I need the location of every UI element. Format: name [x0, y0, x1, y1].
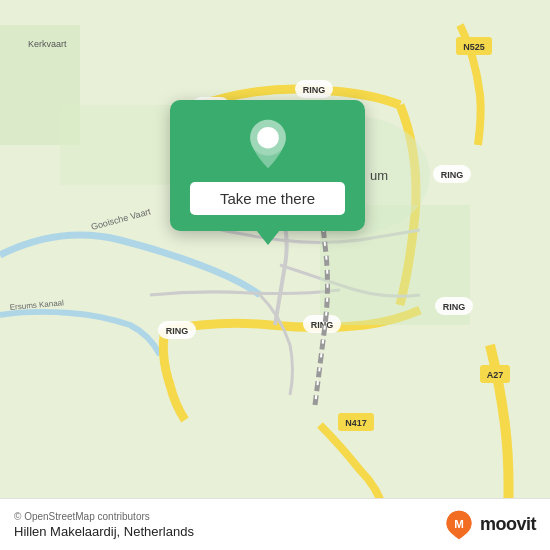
bottom-left: © OpenStreetMap contributors Hillen Make… — [14, 511, 194, 539]
svg-text:RING: RING — [441, 170, 464, 180]
svg-text:RING: RING — [303, 85, 326, 95]
moovit-logo: M moovit — [443, 509, 536, 541]
moovit-brand-text: moovit — [480, 514, 536, 535]
bottom-bar: © OpenStreetMap contributors Hillen Make… — [0, 498, 550, 550]
svg-text:A27: A27 — [487, 370, 504, 380]
moovit-brand-icon: M — [443, 509, 475, 541]
map-container: RING RING RING RING RING RING Gooische V… — [0, 0, 550, 550]
location-pin-icon — [242, 118, 294, 170]
svg-text:N525: N525 — [463, 42, 485, 52]
map-background: RING RING RING RING RING RING Gooische V… — [0, 0, 550, 550]
svg-text:RING: RING — [311, 320, 334, 330]
svg-text:M: M — [454, 517, 464, 529]
popup-card: Take me there — [170, 100, 365, 231]
svg-text:RING: RING — [166, 326, 189, 336]
copyright-text: © OpenStreetMap contributors — [14, 511, 194, 522]
take-me-there-button[interactable]: Take me there — [190, 182, 345, 215]
svg-text:N417: N417 — [345, 418, 367, 428]
svg-rect-2 — [60, 105, 180, 185]
svg-point-29 — [260, 131, 274, 145]
svg-text:RING: RING — [443, 302, 466, 312]
svg-text:um: um — [370, 168, 388, 183]
location-text: Hillen Makelaardij, Netherlands — [14, 524, 194, 539]
svg-text:Kerkvaart: Kerkvaart — [28, 39, 67, 49]
